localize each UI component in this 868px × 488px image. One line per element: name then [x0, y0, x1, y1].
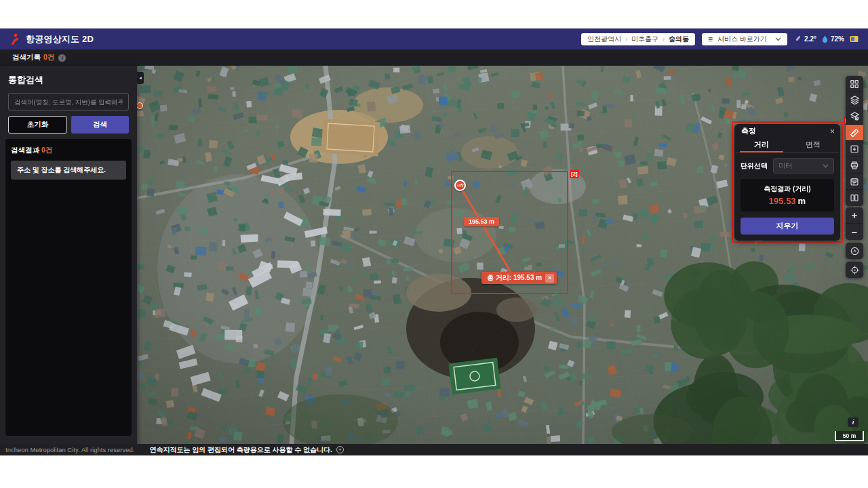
print-icon[interactable]	[846, 157, 863, 174]
measure-result-unit: m	[798, 196, 806, 206]
measure-panel: 측정 × 거리 면적 단위선택 미터 측정결과 (거리) 195.53m	[734, 124, 840, 241]
page-title: 항공영상지도 2D	[26, 33, 94, 45]
thermometer-icon	[794, 35, 802, 43]
search-results-panel: 검색결과 0건 주소 및 장소를 검색해주세요.	[5, 139, 132, 436]
service-shortcut-dropdown[interactable]: ≡ 서비스 바로가기	[702, 33, 787, 45]
sidebar-collapse-button[interactable]: ◂	[137, 72, 144, 84]
zoom-controls: + −	[846, 207, 863, 278]
search-sidebar: 통합검색 초기화 검색 검색결과 0건 주소 및 장소를 검색해주세요.	[0, 66, 137, 444]
total-distance-text: 총 거리: 195.53 m	[487, 273, 542, 283]
results-count: 0건	[41, 146, 52, 154]
breadcrumb-district[interactable]: 미추홀구	[631, 35, 658, 44]
breadcrumb-separator: ›	[663, 36, 665, 43]
breadcrumb-dong[interactable]: 숭의동	[669, 35, 689, 44]
segment-distance-label: 195.53 m	[464, 217, 499, 226]
temperature-value: 2.2°	[804, 35, 816, 43]
satellite-map-area[interactable]	[137, 66, 868, 444]
scale-bar: 50 m	[835, 431, 864, 441]
zoom-out-button[interactable]: −	[846, 224, 863, 240]
search-button[interactable]: 검색	[71, 116, 129, 134]
reset-button[interactable]: 초기화	[8, 116, 67, 134]
measure-result-box: 측정결과 (거리) 195.53m	[741, 179, 834, 211]
chevron-down-icon	[775, 37, 781, 41]
chevron-down-icon	[823, 164, 829, 168]
copyright-text: Incheon Metropolitan City. All rights re…	[5, 446, 134, 453]
tab-distance[interactable]: 거리	[736, 137, 787, 152]
unit-select-dropdown[interactable]: 미터	[773, 158, 834, 174]
tab-area[interactable]: 면적	[787, 137, 839, 152]
layers-icon[interactable]	[846, 92, 863, 108]
measure-result-value: 195.53	[769, 196, 796, 206]
remove-measurement-icon[interactable]: ×	[545, 274, 554, 283]
search-history-count: 0건	[43, 53, 54, 62]
measure-result-label: 측정결과 (거리)	[764, 184, 810, 194]
weather-indicators: 2.2° 72%	[794, 35, 859, 43]
map-toolbar	[846, 76, 863, 206]
map-info-icon[interactable]: i	[848, 418, 859, 427]
breadcrumb[interactable]: 인천광역시 › 미추홀구 › 숭의동	[581, 33, 695, 45]
measure-tabs: 거리 면적	[736, 137, 839, 152]
aerial-map-app: 항공영상지도 2D 인천광역시 › 미추홀구 › 숭의동 ≡ 서비스 바로가기	[0, 0, 868, 488]
footer-bar: Incheon Metropolitan City. All rights re…	[0, 444, 868, 455]
results-empty-message: 주소 및 장소를 검색해주세요.	[11, 161, 126, 180]
app-header: 항공영상지도 2D 인천광역시 › 미추홀구 › 숭의동 ≡ 서비스 바로가기	[0, 28, 868, 49]
my-location-icon[interactable]	[846, 262, 863, 278]
incheon-logo-icon	[9, 33, 20, 45]
breadcrumb-city[interactable]: 인천광역시	[587, 35, 621, 44]
search-history-label: 검색기록	[12, 53, 41, 62]
humidity-drop-icon	[822, 35, 828, 43]
total-distance-label: 총 거리: 195.53 m ×	[481, 272, 557, 284]
unit-select-label: 단위선택	[741, 161, 768, 171]
measure-start-marker: 시작	[454, 180, 466, 191]
history-info-icon[interactable]: i	[58, 54, 66, 62]
hamburger-icon: ≡	[708, 35, 713, 43]
clear-button[interactable]: 지우기	[741, 218, 834, 235]
layer-settings-icon[interactable]	[846, 108, 863, 125]
header-right: 인천광역시 › 미추홀구 › 숭의동 ≡ 서비스 바로가기 2.2°	[581, 33, 859, 45]
notice-expand-icon[interactable]: +	[336, 446, 344, 453]
dust-forecast-icon	[850, 35, 859, 43]
satellite-map[interactable]	[137, 66, 868, 444]
poi-marker-dot	[136, 102, 143, 109]
compare-split-icon[interactable]	[846, 190, 863, 206]
reset-view-icon[interactable]	[846, 243, 863, 259]
aerial-timeline-icon[interactable]	[846, 174, 863, 190]
apps-grid-icon[interactable]	[846, 76, 863, 92]
breadcrumb-separator: ›	[625, 36, 627, 43]
zoom-in-button[interactable]: +	[846, 207, 863, 224]
sidebar-title: 통합검색	[8, 74, 137, 86]
service-shortcut-label: 서비스 바로가기	[717, 35, 770, 44]
results-label: 검색결과	[11, 146, 39, 154]
cadastral-notice-text: 연속지적도는 임의 편집되어 측량용으로 사용할 수 없습니다.	[149, 445, 332, 455]
save-image-icon[interactable]	[846, 141, 863, 157]
humidity-value: 72%	[831, 35, 844, 43]
unit-select-value: 미터	[778, 161, 792, 171]
search-input[interactable]	[8, 93, 129, 110]
close-icon[interactable]: ×	[830, 127, 835, 136]
measure-tool-icon[interactable]	[846, 125, 863, 141]
search-history-bar: 검색기록 0건 i	[0, 49, 868, 66]
measure-panel-title: 측정	[741, 126, 756, 136]
